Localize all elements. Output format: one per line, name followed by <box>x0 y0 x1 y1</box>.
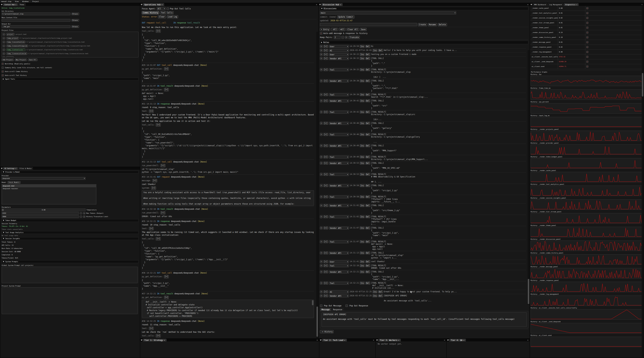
remove-file-button[interactable]: x <box>3 37 5 39</box>
keep-pairs-minus-button[interactable]: - <box>342 36 344 39</box>
entry-role-select[interactable]: Vendor API▼ <box>329 122 349 125</box>
log-code-box[interactable]: def __init__(self) -> None: # Initialize… <box>142 300 314 318</box>
discussions-header[interactable]: Discussions <box>320 7 528 10</box>
expand-button[interactable]: [+] <box>152 179 157 182</box>
expand-button[interactable]: [+] <box>151 186 156 190</box>
update-commit-button[interactable]: Update Commit <box>337 15 354 18</box>
to-history-button[interactable]: -> History <box>320 330 334 333</box>
entry-add-button[interactable]: + <box>320 111 322 113</box>
rename-button[interactable]: Rename <box>428 23 437 26</box>
pop-out-tool-calls-checkbox[interactable] <box>166 7 169 10</box>
entry-expand-button[interactable]: [+] <box>323 144 328 147</box>
menu-windows[interactable]: Windows <box>22 1 29 2</box>
expand-button[interactable]: [+] <box>160 211 165 214</box>
diag-checkbox[interactable] <box>586 61 588 63</box>
close-icon[interactable]: ✕ <box>463 339 464 342</box>
session-insights-header[interactable]: Session Insights <box>2 237 138 240</box>
clear-all-button[interactable]: Clear All <box>346 28 359 31</box>
entry-role-select[interactable]: User▼ <box>329 53 349 56</box>
entry-insert-button[interactable]: Ins <box>360 122 364 125</box>
entry-expand-button[interactable]: [+] <box>323 260 328 263</box>
expand-button[interactable]: [+] <box>149 327 154 330</box>
entry-role-select[interactable]: Vendor API▼ <box>329 162 349 165</box>
entry-role-select[interactable]: Tool▼ <box>329 195 349 198</box>
tool-usage-header[interactable]: Tool Usage Analytics <box>2 231 138 234</box>
entry-role-select[interactable]: User▼ <box>329 45 349 48</box>
diag-checkbox[interactable] <box>586 41 588 43</box>
entry-delete-button[interactable]: Del <box>366 133 370 136</box>
box-scrollbar-thumb[interactable] <box>312 300 314 305</box>
window-close-icon[interactable]: ✕ <box>443 339 446 342</box>
entry-expand-button[interactable]: [+] <box>323 240 328 243</box>
entry-expand-button[interactable]: [+] <box>323 173 328 176</box>
entry-expand-button[interactable]: [+] <box>323 57 328 60</box>
window-close-icon[interactable]: ✕ <box>526 339 530 342</box>
entry-insert-button[interactable]: Ins <box>372 49 377 52</box>
project-file-pill[interactable]: temp_livetoolssim * <box>6 49 26 51</box>
dock-collapse-icon[interactable] <box>446 339 449 342</box>
entry-add-button[interactable]: + <box>320 215 322 218</box>
entry-insert-button[interactable]: Ins <box>360 240 364 243</box>
entry-add-button[interactable]: + <box>320 80 322 82</box>
entry-role-select[interactable]: Tool▼ <box>329 264 349 267</box>
option-checkbox[interactable] <box>2 63 4 65</box>
close-icon[interactable]: ✕ <box>340 3 341 6</box>
option-checkbox[interactable] <box>2 67 4 69</box>
entry-role-select[interactable]: Vendor API▼ <box>329 57 349 60</box>
entry-expand-button[interactable]: [+] <box>323 264 328 267</box>
entry-add-button[interactable]: + <box>320 122 322 125</box>
option-checkbox[interactable] <box>2 71 4 73</box>
entry-delete-button[interactable]: Del <box>366 93 370 96</box>
diag-checkbox[interactable] <box>586 12 588 14</box>
entry-delete-button[interactable]: Del <box>366 57 370 60</box>
entry-expand-button[interactable]: [+] <box>323 45 328 48</box>
entry-add-button[interactable]: + <box>320 57 322 60</box>
entry-role-select[interactable]: Vendor API▼ <box>329 295 349 297</box>
token-budget-header[interactable]: Token Budget <box>2 219 138 222</box>
entry-expand-button[interactable]: [+] <box>323 295 328 297</box>
entry-delete-button[interactable]: Del <box>366 162 370 165</box>
remove-file-button[interactable]: x <box>3 41 5 43</box>
entry-role-select[interactable]: Vendor API▼ <box>329 100 349 102</box>
entry-delete-button[interactable]: Del <box>366 68 370 71</box>
entry-role-select[interactable]: Vendor API▼ <box>329 252 349 254</box>
entry-role-select[interactable]: Vendor API▼ <box>329 80 349 82</box>
main-context-browse-button[interactable]: Browse <box>72 19 79 21</box>
entry-insert-button[interactable]: Ins <box>360 271 364 273</box>
tab-operations-hub[interactable]: Operations Hub✕ <box>143 3 164 6</box>
project-file-pill[interactable]: temp_liveaisettingssim <box>6 45 28 47</box>
agent-tools-header[interactable]: Agent Tools <box>2 78 138 80</box>
remove-file-button[interactable]: x <box>3 45 5 47</box>
entry-insert-button[interactable]: Ins <box>360 144 364 147</box>
provider-combo[interactable]: deepseek▼ <box>2 177 86 180</box>
diag-checkbox[interactable] <box>586 46 588 48</box>
entry-add-button[interactable]: + <box>320 93 322 96</box>
diag-checkbox[interactable] <box>586 7 588 9</box>
menu-project[interactable]: Project <box>32 1 39 2</box>
expand-button[interactable]: [+] <box>156 334 161 337</box>
entry-delete-button[interactable]: Del <box>366 240 370 243</box>
entry-delete-button[interactable]: Del <box>366 204 370 207</box>
entry-delete-button[interactable]: Del <box>366 195 370 198</box>
entry-insert-button[interactable]: Ins <box>360 53 364 56</box>
diag-checkbox[interactable] <box>586 51 588 53</box>
comms-history-button[interactable]: Comms History <box>142 11 159 14</box>
entry-delete-button[interactable]: Del <box>366 271 370 273</box>
close-icon[interactable]: ✕ <box>16 4 16 5</box>
remove-file-button[interactable]: x <box>3 49 5 51</box>
tab-tier2-tech-lead[interactable]: Tier 2: Tech Lead✕ <box>322 339 347 342</box>
entry-expand-button[interactable]: [+] <box>323 100 328 102</box>
model-option[interactable]: deepseek-chat <box>2 184 96 187</box>
entry-delete-button[interactable]: Del <box>378 291 383 293</box>
close-icon[interactable]: ✕ <box>16 168 16 169</box>
entry-role-select[interactable]: Tool▼ <box>329 93 349 96</box>
entry-add-button[interactable]: + <box>320 204 322 207</box>
entry-expand-button[interactable]: [+] <box>323 93 328 96</box>
save-button[interactable]: Save <box>360 28 366 31</box>
entry-insert-button[interactable]: Ins <box>360 45 364 48</box>
entry-insert-button[interactable]: Ins <box>360 80 364 82</box>
entry-insert-button[interactable]: Ins <box>360 162 364 165</box>
delete-button[interactable]: Delete <box>438 23 447 26</box>
tab-context-hub[interactable]: Context Hub✕ <box>3 3 18 6</box>
output-dir-input[interactable]: ./md_gen <box>2 25 70 28</box>
